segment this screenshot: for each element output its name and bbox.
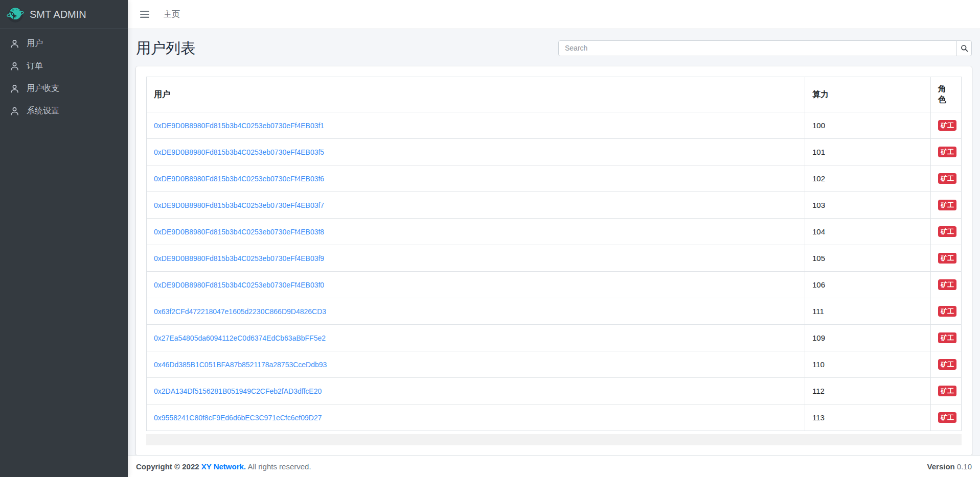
power-cell: 111 (805, 298, 931, 325)
power-cell: 109 (805, 325, 931, 351)
search-icon (961, 44, 968, 52)
sidebar: SMT ADMIN 用户 订单 用户收支 系统设置 (0, 0, 128, 477)
role-badge: 矿工 (938, 226, 956, 237)
role-cell: 矿工 (931, 139, 962, 165)
role-cell: 矿工 (931, 378, 962, 404)
table-row: 0x27Ea54805da6094112eC0d6374EdCb63aBbFF5… (147, 325, 962, 351)
user-address-link[interactable]: 0xDE9D0B8980Fd815b3b4C0253eb0730eFf4EB03… (154, 228, 324, 236)
power-cell: 110 (805, 351, 931, 378)
brand-logo-icon (6, 5, 25, 23)
column-header-role: 角色 (931, 77, 962, 112)
sidebar-item-user-balance[interactable]: 用户收支 (4, 78, 124, 99)
sidebar-nav: 用户 订单 用户收支 系统设置 (0, 29, 128, 127)
brand[interactable]: SMT ADMIN (0, 0, 128, 29)
sidebar-item-label: 用户 (27, 38, 43, 49)
card-body: 用户 算力 角色 0xDE9D0B8980Fd815b3b4C0253eb073… (136, 66, 972, 455)
role-cell: 矿工 (931, 112, 962, 139)
role-badge: 矿工 (938, 173, 956, 184)
table-row: 0xDE9D0B8980Fd815b3b4C0253eb0730eFf4EB03… (147, 139, 962, 165)
role-badge: 矿工 (938, 253, 956, 264)
table-row: 0x46Dd385B1C051BFA87b8521178a28753CceDdb… (147, 351, 962, 378)
main-area: 主页 用户列表 用户 算力 (128, 0, 980, 477)
user-address-link[interactable]: 0xDE9D0B8980Fd815b3b4C0253eb0730eFf4EB03… (154, 175, 324, 183)
user-address-cell: 0xDE9D0B8980Fd815b3b4C0253eb0730eFf4EB03… (147, 165, 805, 192)
page-title: 用户列表 (136, 37, 195, 59)
role-badge: 矿工 (938, 359, 956, 370)
user-address-cell: 0xDE9D0B8980Fd815b3b4C0253eb0730eFf4EB03… (147, 139, 805, 165)
power-cell: 102 (805, 165, 931, 192)
version-text: Version0.10 (927, 462, 972, 471)
table-row: 0xDE9D0B8980Fd815b3b4C0253eb0730eFf4EB03… (147, 165, 962, 192)
user-address-cell: 0x46Dd385B1C051BFA87b8521178a28753CceDdb… (147, 351, 805, 378)
table-row: 0xDE9D0B8980Fd815b3b4C0253eb0730eFf4EB03… (147, 245, 962, 272)
user-address-cell: 0x27Ea54805da6094112eC0d6374EdCb63aBbFF5… (147, 325, 805, 351)
user-address-link[interactable]: 0xDE9D0B8980Fd815b3b4C0253eb0730eFf4EB03… (154, 122, 324, 130)
sidebar-toggle-button[interactable] (137, 7, 152, 22)
table-row: 0x2DA134Df5156281B051949C2CFeb2fAD3dffcE… (147, 378, 962, 404)
user-address-link[interactable]: 0x27Ea54805da6094112eC0d6374EdCb63aBbFF5… (154, 334, 326, 342)
user-address-cell: 0x9558241C80f8cF9Ed6d6bEC3C971eCfc6ef09D… (147, 404, 805, 431)
power-cell: 100 (805, 112, 931, 139)
search-group (558, 40, 972, 56)
power-cell: 104 (805, 219, 931, 245)
user-list-card: 用户 算力 角色 0xDE9D0B8980Fd815b3b4C0253eb073… (136, 66, 972, 455)
company-link[interactable]: XY Network. (201, 462, 246, 471)
brand-title: SMT ADMIN (30, 9, 86, 20)
search-input[interactable] (558, 40, 957, 56)
sidebar-item-users[interactable]: 用户 (4, 33, 124, 54)
role-cell: 矿工 (931, 351, 962, 378)
user-icon (9, 106, 20, 116)
table-row: 0xDE9D0B8980Fd815b3b4C0253eb0730eFf4EB03… (147, 272, 962, 298)
role-cell: 矿工 (931, 219, 962, 245)
table-row: 0x63f2CFd472218047e1605d2230C866D9D4826C… (147, 298, 962, 325)
column-header-user: 用户 (147, 77, 805, 112)
role-cell: 矿工 (931, 192, 962, 219)
user-address-link[interactable]: 0xDE9D0B8980Fd815b3b4C0253eb0730eFf4EB03… (154, 281, 324, 289)
table-row: 0xDE9D0B8980Fd815b3b4C0253eb0730eFf4EB03… (147, 112, 962, 139)
role-badge: 矿工 (938, 332, 956, 343)
user-address-link[interactable]: 0x63f2CFd472218047e1605d2230C866D9D4826C… (154, 307, 326, 316)
copyright-text: Copyright © 2022 XY Network. All rights … (136, 462, 311, 471)
power-cell: 105 (805, 245, 931, 272)
user-address-link[interactable]: 0xDE9D0B8980Fd815b3b4C0253eb0730eFf4EB03… (154, 201, 324, 209)
user-address-cell: 0xDE9D0B8980Fd815b3b4C0253eb0730eFf4EB03… (147, 219, 805, 245)
user-address-cell: 0xDE9D0B8980Fd815b3b4C0253eb0730eFf4EB03… (147, 272, 805, 298)
user-icon (9, 83, 20, 94)
sidebar-item-orders[interactable]: 订单 (4, 56, 124, 77)
page-footer: Copyright © 2022 XY Network. All rights … (128, 455, 980, 477)
power-cell: 106 (805, 272, 931, 298)
user-address-cell: 0xDE9D0B8980Fd815b3b4C0253eb0730eFf4EB03… (147, 112, 805, 139)
user-address-cell: 0xDE9D0B8980Fd815b3b4C0253eb0730eFf4EB03… (147, 245, 805, 272)
user-address-link[interactable]: 0xDE9D0B8980Fd815b3b4C0253eb0730eFf4EB03… (154, 148, 324, 156)
user-address-cell: 0x2DA134Df5156281B051949C2CFeb2fAD3dffcE… (147, 378, 805, 404)
search-button[interactable] (956, 40, 972, 56)
copyright-prefix: Copyright © 2022 (136, 462, 199, 471)
role-badge: 矿工 (938, 386, 956, 396)
user-address-link[interactable]: 0x2DA134Df5156281B051949C2CFeb2fAD3dffcE… (154, 387, 322, 395)
column-header-power: 算力 (805, 77, 931, 112)
user-address-cell: 0x63f2CFd472218047e1605d2230C866D9D4826C… (147, 298, 805, 325)
hamburger-icon (140, 11, 149, 18)
role-badge: 矿工 (938, 200, 956, 210)
sidebar-item-label: 订单 (27, 61, 43, 71)
content-header: 用户列表 (136, 29, 972, 59)
role-cell: 矿工 (931, 165, 962, 192)
table-row: 0xDE9D0B8980Fd815b3b4C0253eb0730eFf4EB03… (147, 219, 962, 245)
sidebar-item-system-settings[interactable]: 系统设置 (4, 101, 124, 122)
role-badge: 矿工 (938, 279, 956, 290)
power-cell: 112 (805, 378, 931, 404)
top-navbar: 主页 (128, 0, 980, 29)
table-header-row: 用户 算力 角色 (147, 77, 962, 112)
table-row: 0xDE9D0B8980Fd815b3b4C0253eb0730eFf4EB03… (147, 192, 962, 219)
role-badge: 矿工 (938, 120, 956, 131)
content: 用户列表 用户 算力 角色 (128, 29, 980, 455)
user-address-link[interactable]: 0x46Dd385B1C051BFA87b8521178a28753CceDdb… (154, 361, 327, 369)
user-address-link[interactable]: 0x9558241C80f8cF9Ed6d6bEC3C971eCfc6ef09D… (154, 414, 322, 422)
role-cell: 矿工 (931, 298, 962, 325)
rights-text: All rights reserved. (247, 462, 311, 471)
user-table: 用户 算力 角色 0xDE9D0B8980Fd815b3b4C0253eb073… (146, 77, 962, 431)
user-table-body: 0xDE9D0B8980Fd815b3b4C0253eb0730eFf4EB03… (147, 112, 962, 431)
power-cell: 101 (805, 139, 931, 165)
nav-home-link[interactable]: 主页 (164, 9, 180, 20)
user-address-link[interactable]: 0xDE9D0B8980Fd815b3b4C0253eb0730eFf4EB03… (154, 254, 324, 263)
